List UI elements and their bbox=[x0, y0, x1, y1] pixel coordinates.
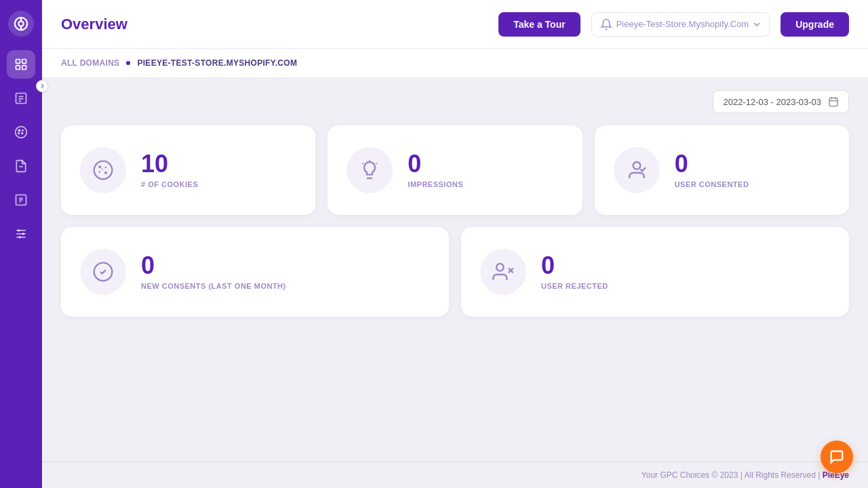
user-x-icon bbox=[492, 261, 514, 283]
top-stats-grid: 10 # OF COOKIES 0 IMPRESS bbox=[42, 119, 868, 227]
user-check-icon-circle bbox=[614, 147, 660, 193]
footer: Your GPC Choices © 2023 | All Rights Res… bbox=[42, 462, 868, 488]
stat-info-impressions: 0 IMPRESSIONS bbox=[408, 152, 463, 188]
svg-line-39 bbox=[363, 163, 363, 164]
cookies-label: # OF COOKIES bbox=[141, 180, 198, 188]
lightbulb-icon bbox=[359, 159, 380, 181]
user-x-icon-circle bbox=[480, 249, 526, 295]
logo[interactable] bbox=[8, 11, 34, 37]
svg-line-40 bbox=[376, 163, 377, 164]
svg-point-12 bbox=[16, 127, 27, 138]
breadcrumb: ALL DOMAINS PIEEYE-TEST-STORE.MYSHOPIFY.… bbox=[42, 49, 868, 78]
bell-icon bbox=[600, 18, 612, 30]
sidebar-toggle[interactable] bbox=[36, 80, 48, 92]
stat-info-user-rejected: 0 USER REJECTED bbox=[541, 253, 608, 290]
chat-icon bbox=[829, 449, 844, 464]
new-consents-label: NEW CONSENTS (LAST ONE MONTH) bbox=[141, 282, 286, 290]
breadcrumb-current-domain: PIEEYE-TEST-STORE.MYSHOPIFY.COM bbox=[137, 58, 297, 68]
svg-point-15 bbox=[18, 133, 20, 134]
stat-card-cookies: 10 # OF COOKIES bbox=[61, 125, 315, 215]
svg-point-16 bbox=[22, 130, 23, 131]
svg-point-43 bbox=[496, 264, 504, 271]
upgrade-button[interactable]: Upgrade bbox=[781, 12, 849, 37]
svg-point-32 bbox=[94, 161, 113, 180]
svg-point-14 bbox=[22, 133, 23, 134]
svg-rect-6 bbox=[16, 66, 20, 70]
lightbulb-icon-circle bbox=[347, 147, 393, 193]
user-consented-label: USER CONSENTED bbox=[675, 180, 749, 188]
cookie-icon bbox=[92, 159, 114, 181]
store-selector[interactable]: Pieeye-Test-Store.Myshopify.Com bbox=[591, 12, 770, 37]
sidebar-item-filters[interactable] bbox=[7, 220, 35, 248]
sidebar-item-reports[interactable] bbox=[7, 84, 35, 113]
main-content: Overview Take a Tour Pieeye-Test-Store.M… bbox=[42, 0, 868, 488]
svg-rect-4 bbox=[16, 60, 20, 64]
svg-point-37 bbox=[102, 169, 103, 170]
svg-point-35 bbox=[98, 171, 100, 173]
stat-info-user-consented: 0 USER CONSENTED bbox=[675, 152, 749, 188]
impressions-value: 0 bbox=[408, 152, 463, 176]
svg-rect-7 bbox=[22, 66, 26, 70]
new-consents-value: 0 bbox=[141, 253, 286, 278]
svg-rect-28 bbox=[829, 98, 837, 106]
svg-point-33 bbox=[98, 165, 101, 168]
svg-point-26 bbox=[22, 232, 24, 235]
header: Overview Take a Tour Pieeye-Test-Store.M… bbox=[42, 0, 868, 49]
date-range-picker[interactable]: 2022-12-03 - 2023-03-03 bbox=[713, 90, 849, 113]
sidebar-item-settings-doc[interactable] bbox=[7, 186, 35, 214]
check-circle-icon bbox=[92, 261, 114, 283]
svg-point-25 bbox=[18, 229, 20, 231]
date-filter-row: 2022-12-03 - 2023-03-03 bbox=[42, 78, 868, 119]
user-rejected-value: 0 bbox=[541, 253, 608, 278]
cookies-value: 10 bbox=[141, 152, 198, 176]
impressions-label: IMPRESSIONS bbox=[408, 180, 463, 188]
svg-point-36 bbox=[104, 171, 107, 174]
user-check-icon bbox=[626, 159, 648, 181]
stat-card-user-consented: 0 USER CONSENTED bbox=[595, 125, 849, 215]
stat-card-new-consents: 0 NEW CONSENTS (LAST ONE MONTH) bbox=[61, 227, 449, 317]
breadcrumb-all-domains[interactable]: ALL DOMAINS bbox=[61, 58, 119, 68]
date-range-value: 2022-12-03 - 2023-03-03 bbox=[723, 97, 821, 107]
user-rejected-label: USER REJECTED bbox=[541, 282, 608, 290]
user-consented-value: 0 bbox=[675, 152, 749, 176]
check-circle-icon-circle bbox=[80, 249, 126, 295]
cookie-icon-circle bbox=[80, 147, 126, 193]
store-name: Pieeye-Test-Store.Myshopify.Com bbox=[616, 19, 749, 29]
svg-point-34 bbox=[105, 167, 107, 169]
sidebar bbox=[0, 0, 42, 488]
stat-info-cookies: 10 # OF COOKIES bbox=[141, 152, 198, 188]
svg-point-41 bbox=[633, 162, 640, 169]
chevron-down-icon bbox=[753, 20, 761, 28]
sidebar-item-dashboard[interactable] bbox=[7, 50, 35, 79]
content-area: ALL DOMAINS PIEEYE-TEST-STORE.MYSHOPIFY.… bbox=[42, 49, 868, 462]
breadcrumb-separator bbox=[126, 61, 130, 65]
svg-rect-5 bbox=[22, 60, 26, 64]
stat-info-new-consents: 0 NEW CONSENTS (LAST ONE MONTH) bbox=[141, 253, 286, 290]
calendar-icon bbox=[828, 96, 839, 107]
sidebar-item-cookies[interactable] bbox=[7, 118, 35, 146]
bottom-stats-grid: 0 NEW CONSENTS (LAST ONE MONTH) 0 USER bbox=[42, 227, 868, 329]
footer-text: Your GPC Choices © 2023 | All Rights Res… bbox=[642, 470, 849, 480]
svg-point-13 bbox=[18, 129, 20, 131]
chat-bubble[interactable] bbox=[821, 441, 853, 473]
take-tour-button[interactable]: Take a Tour bbox=[498, 12, 580, 37]
svg-point-1 bbox=[18, 21, 23, 26]
stat-card-user-rejected: 0 USER REJECTED bbox=[461, 227, 849, 317]
svg-point-27 bbox=[19, 236, 21, 238]
sidebar-item-consent-log[interactable] bbox=[7, 152, 35, 180]
page-title: Overview bbox=[61, 16, 488, 33]
stat-card-impressions: 0 IMPRESSIONS bbox=[328, 125, 582, 215]
